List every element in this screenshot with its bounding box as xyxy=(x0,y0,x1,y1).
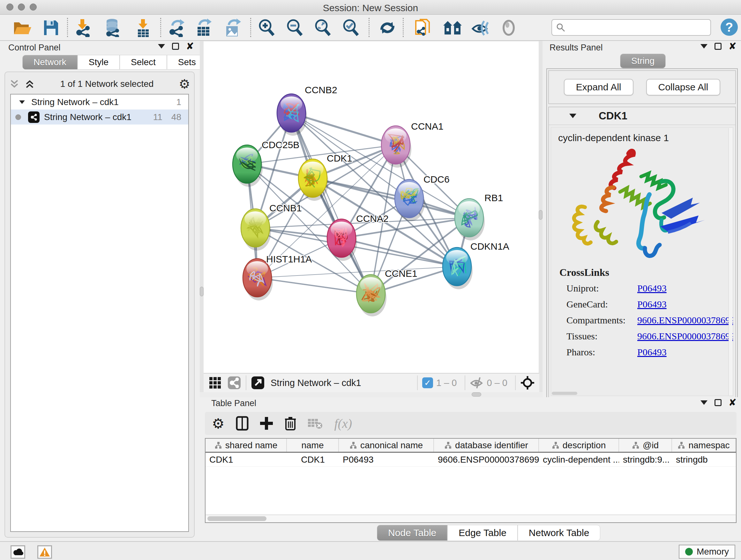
grid-view-icon[interactable] xyxy=(209,376,221,389)
section-expand-icon[interactable] xyxy=(569,114,576,118)
export-table-button[interactable] xyxy=(193,17,216,38)
edge-CCNB2-CCNA1[interactable] xyxy=(291,113,396,145)
highlight-button[interactable] xyxy=(497,17,520,38)
column-header-shared-name[interactable]: shared name xyxy=(205,439,287,452)
zoom-selected-button[interactable] xyxy=(340,17,362,38)
edge-HIST1H1A-CCNE1[interactable] xyxy=(257,278,371,294)
column-header-database-identifier[interactable]: database identifier xyxy=(434,439,539,452)
memory-button[interactable]: Memory xyxy=(679,545,735,559)
table-scrollbar-thumb[interactable] xyxy=(207,516,266,521)
node-CCNA2[interactable]: CCNA2 xyxy=(327,213,389,261)
selected-checkbox-icon[interactable]: ✓ xyxy=(422,377,433,388)
first-neighbors-button[interactable] xyxy=(441,17,464,38)
table-cell[interactable]: cyclin-dependent ... xyxy=(539,453,619,466)
detach-view-icon[interactable] xyxy=(251,376,265,390)
save-session-button[interactable] xyxy=(40,17,63,38)
table-cell[interactable]: stringdb xyxy=(672,453,736,466)
table-cell[interactable]: CDK1 xyxy=(287,453,339,466)
node-HIST1H1A[interactable]: HIST1H1A xyxy=(243,254,312,300)
expand-all-icon[interactable] xyxy=(24,78,35,89)
column-header-namespac[interactable]: namespac xyxy=(672,439,736,452)
zoom-fit-button[interactable] xyxy=(312,17,334,38)
maximize-panel-icon[interactable] xyxy=(715,399,722,406)
table-cell[interactable]: P06493 xyxy=(339,453,434,466)
left-splitter[interactable] xyxy=(200,41,204,397)
node-table[interactable]: shared namenamecanonical namedatabase id… xyxy=(205,438,737,515)
column-header--id[interactable]: @id xyxy=(619,439,672,452)
search-input[interactable] xyxy=(565,23,703,33)
table-cell[interactable]: stringdb:9... xyxy=(619,453,672,466)
close-panel-icon[interactable]: ✘ xyxy=(729,399,737,406)
table-cell[interactable]: 9606.ENSP00000378699 xyxy=(434,453,539,466)
crosslink-value-link[interactable]: P06493 xyxy=(637,299,667,310)
float-panel-icon[interactable] xyxy=(700,44,708,49)
delete-table-icon[interactable] xyxy=(308,418,323,429)
table-horizontal-scrollbar[interactable] xyxy=(205,515,737,523)
tab-style[interactable]: Style xyxy=(77,55,120,70)
tab-network-table[interactable]: Network Table xyxy=(518,525,601,541)
float-panel-icon[interactable] xyxy=(700,400,708,405)
column-header-description[interactable]: description xyxy=(539,439,619,452)
zoom-out-button[interactable] xyxy=(283,17,307,38)
close-panel-icon[interactable]: ✘ xyxy=(186,43,194,50)
delete-column-icon[interactable] xyxy=(284,416,296,431)
node-CDKN1A[interactable]: CDKN1A xyxy=(443,241,509,289)
maximize-panel-icon[interactable] xyxy=(172,43,179,50)
node-CCNE1[interactable]: CCNE1 xyxy=(356,268,417,316)
horizontal-splitter-handle[interactable] xyxy=(472,392,481,396)
edge-CCNB2-CCNE1[interactable] xyxy=(291,113,371,294)
tab-node-table[interactable]: Node Table xyxy=(377,525,448,541)
float-panel-icon[interactable] xyxy=(158,44,165,49)
show-columns-icon[interactable] xyxy=(236,416,249,431)
close-panel-icon[interactable]: ✘ xyxy=(729,43,737,50)
search-box[interactable] xyxy=(551,19,711,36)
hidden-eye-icon[interactable] xyxy=(470,377,484,389)
crosslink-value-link[interactable]: P06493 xyxy=(637,283,667,294)
tree-expand-icon[interactable] xyxy=(19,100,25,104)
table-settings-gear-icon[interactable]: ⚙ xyxy=(212,415,224,432)
collapse-all-button[interactable]: Collapse All xyxy=(646,79,721,96)
network-canvas[interactable]: CCNB2CCNA1CDC25BCDK1CDC6RB1CCNB1CCNA2CDK… xyxy=(204,42,539,373)
add-column-icon[interactable] xyxy=(260,416,273,430)
tab-network[interactable]: Network xyxy=(22,55,77,70)
maximize-panel-icon[interactable] xyxy=(715,43,722,50)
function-builder-icon[interactable]: f(x) xyxy=(334,416,352,431)
clone-network-button[interactable] xyxy=(412,17,434,38)
network-view-icon[interactable] xyxy=(227,376,241,390)
help-button[interactable]: ? xyxy=(721,18,738,36)
node-RB1[interactable]: RB1 xyxy=(455,192,503,240)
import-table-button[interactable] xyxy=(132,17,155,38)
crosslink-value-link[interactable]: 9606.ENSP00000378699 xyxy=(637,331,733,341)
crosslink-value-link[interactable]: 9606.ENSP00000378699 xyxy=(637,315,733,326)
table-row[interactable]: CDK1CDK1P064939606.ENSP00000378699cyclin… xyxy=(205,453,736,467)
column-header-canonical-name[interactable]: canonical name xyxy=(339,439,434,452)
import-network-database-button[interactable] xyxy=(102,17,125,38)
gear-icon[interactable]: ⚙ xyxy=(179,77,190,91)
cloud-button[interactable] xyxy=(10,545,25,559)
birds-eye-icon[interactable] xyxy=(520,375,535,390)
column-header-name[interactable]: name xyxy=(287,439,339,452)
node-CDC6[interactable]: CDC6 xyxy=(395,174,450,221)
export-network-button[interactable] xyxy=(165,17,188,38)
left-splitter-handle[interactable] xyxy=(200,287,204,296)
zoom-in-button[interactable] xyxy=(255,17,278,38)
tab-edge-table[interactable]: Edge Table xyxy=(448,525,518,541)
results-vertical-scrollbar[interactable] xyxy=(729,128,732,395)
right-splitter-handle[interactable] xyxy=(539,210,542,220)
import-network-file-button[interactable] xyxy=(72,17,95,38)
network-row[interactable]: String Network – cdk1 11 48 xyxy=(11,110,188,125)
tab-string[interactable]: String xyxy=(620,54,666,68)
results-horizontal-scrollbar[interactable] xyxy=(552,392,577,395)
network-graph[interactable]: CCNB2CCNA1CDC25BCDK1CDC6RB1CCNB1CCNA2CDK… xyxy=(204,42,539,373)
gene-section-header[interactable]: CDK1 xyxy=(549,107,735,125)
export-image-button[interactable] xyxy=(221,17,245,38)
collapse-all-icon[interactable] xyxy=(9,78,20,89)
network-collection-row[interactable]: String Network – cdk1 1 xyxy=(11,95,188,110)
warning-button[interactable] xyxy=(37,545,52,559)
expand-all-button[interactable]: Expand All xyxy=(564,79,633,96)
show-hide-button[interactable] xyxy=(469,17,492,38)
crosslink-value-link[interactable]: P06493 xyxy=(637,347,667,358)
tab-select[interactable]: Select xyxy=(120,55,167,70)
table-cell[interactable]: CDK1 xyxy=(205,453,287,466)
open-session-button[interactable] xyxy=(11,17,34,38)
